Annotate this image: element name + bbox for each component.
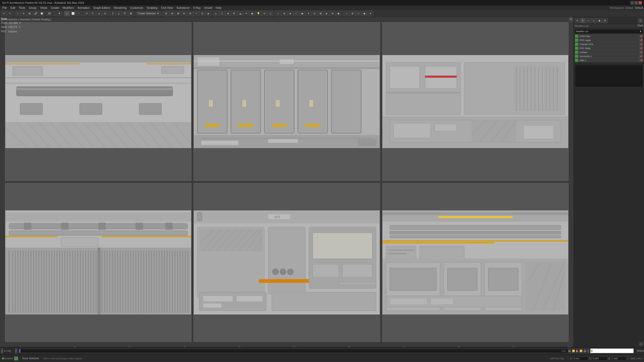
- symmetry-toggle[interactable]: [575, 55, 578, 58]
- right-motion-tab[interactable]: ▷: [591, 18, 596, 23]
- menu-scripting[interactable]: Scripting: [145, 6, 159, 10]
- ffd-apply-pin[interactable]: 📌: [639, 38, 643, 42]
- maximize-button[interactable]: □: [634, 1, 638, 5]
- menu-group[interactable]: Group: [27, 6, 38, 10]
- unwrap-pin[interactable]: 📌: [639, 42, 643, 46]
- panel-item-6[interactable]: [382, 183, 569, 342]
- render-active[interactable]: ◈: [225, 11, 231, 16]
- select-move-tool[interactable]: ✛: [21, 11, 26, 16]
- more-tools-6[interactable]: ✦: [306, 11, 311, 16]
- right-modify-tab[interactable]: ✎: [580, 18, 585, 23]
- scale-tool[interactable]: ⇲: [96, 11, 102, 16]
- modifier-list-dropdown[interactable]: Modifier List ▼: [575, 29, 643, 34]
- more-tools-7[interactable]: ⊡: [312, 11, 317, 16]
- move-tool[interactable]: ✛: [84, 11, 90, 16]
- menu-create[interactable]: Create: [49, 6, 61, 10]
- minimize-button[interactable]: _: [630, 1, 634, 5]
- main-viewport[interactable]: SFF: [0, 17, 574, 347]
- effects[interactable]: ✦: [244, 11, 249, 16]
- unwrap-label[interactable]: Unwrap UVW: [579, 42, 639, 46]
- menu-modifiers[interactable]: Modifiers: [61, 6, 75, 10]
- add-time-tag-btn[interactable]: Add Time Tag: [550, 357, 564, 360]
- more-tools-5[interactable]: ◉: [300, 11, 305, 16]
- surface-label[interactable]: Surface: [579, 51, 639, 54]
- menu-views[interactable]: Views: [38, 6, 49, 10]
- filter-dropdown[interactable]: All ▼: [47, 11, 62, 16]
- unlink-tool[interactable]: 🔗: [33, 11, 38, 16]
- more-tools-3[interactable]: ◈: [288, 11, 293, 16]
- z-coord[interactable]: 1.191: [611, 356, 626, 360]
- create-selection-button[interactable]: Create Selection ▼: [136, 11, 161, 16]
- right-panel-expand[interactable]: ⊡: [639, 342, 643, 346]
- menu-arnold[interactable]: Arnold: [203, 6, 214, 10]
- render-frame[interactable]: ⬡: [219, 11, 225, 16]
- snap-spinner[interactable]: ⊠: [128, 11, 134, 16]
- unwrap-toggle[interactable]: [575, 42, 578, 46]
- x-coord[interactable]: 0.011: [573, 356, 588, 360]
- light-lister[interactable]: 💡: [256, 11, 261, 16]
- panel-item-3[interactable]: [382, 22, 569, 181]
- rectangular-select[interactable]: ⬜: [70, 11, 76, 16]
- ffd-apply-toggle[interactable]: [575, 38, 578, 42]
- material-editor[interactable]: ◈: [206, 11, 211, 16]
- snap-percent[interactable]: %: [122, 11, 128, 16]
- schematic-view[interactable]: ⊡: [199, 11, 205, 16]
- raytracer[interactable]: ◉: [250, 11, 255, 16]
- menu-file[interactable]: File: [1, 6, 9, 10]
- timeline-prev-btn[interactable]: ◁: [1, 348, 3, 353]
- more-tools-8[interactable]: ⊠: [318, 11, 323, 16]
- hair-grass[interactable]: ≋: [262, 11, 267, 16]
- mirror-tool[interactable]: ⊟: [163, 11, 169, 16]
- more-tools-1[interactable]: ⊹: [275, 11, 281, 16]
- link-tool[interactable]: ⛓: [27, 11, 32, 16]
- right-create-tab[interactable]: ✛: [575, 18, 580, 23]
- symmetry-label[interactable]: Symmetry 1: [579, 55, 639, 58]
- lasso-select[interactable]: ○: [76, 11, 82, 16]
- more-tools-4[interactable]: ⬡: [294, 11, 299, 16]
- scale-uniform[interactable]: ⊡: [102, 11, 108, 16]
- rotate-tool[interactable]: ↻: [90, 11, 96, 16]
- uvw-map-pin[interactable]: 📌: [639, 34, 643, 38]
- surface-pin[interactable]: 📌: [639, 51, 643, 54]
- menu-tools[interactable]: Tools: [17, 6, 27, 10]
- cloth-sim[interactable]: ◻: [268, 11, 273, 16]
- timeline-next-btn[interactable]: ▷: [15, 348, 17, 353]
- menu-substance[interactable]: Substance: [175, 6, 191, 10]
- undo-button[interactable]: ↩: [1, 11, 7, 16]
- ffd-body-toggle[interactable]: [575, 47, 578, 50]
- panel-item-5[interactable]: SFF: [193, 183, 380, 342]
- anim-add-keyframe[interactable]: +: [587, 349, 589, 353]
- menu-vray[interactable]: V-Ray: [192, 6, 202, 10]
- anim-prev-frame[interactable]: ⏪: [572, 349, 575, 353]
- ffd-body-pin[interactable]: 📌: [639, 47, 643, 50]
- render-btn[interactable]: ▷: [213, 11, 219, 16]
- environment[interactable]: ☁: [237, 11, 243, 16]
- ffd-body-label[interactable]: FFD: Body: [579, 47, 639, 50]
- timeline-track[interactable]: 0 10 20 30 40 50 60 70 80 90 100: [19, 349, 572, 353]
- anim-goto-start[interactable]: ⏮: [568, 349, 571, 353]
- more-tools-11[interactable]: ◉: [336, 11, 341, 16]
- surface-toggle[interactable]: [575, 51, 578, 54]
- symmetry-pin[interactable]: 📌: [639, 55, 643, 58]
- menu-rendering[interactable]: Rendering: [112, 6, 128, 10]
- more-tools-16[interactable]: ✦: [368, 11, 373, 16]
- more-tools-9[interactable]: ◈: [324, 11, 329, 16]
- expand-viewport-button[interactable]: ⊞: [569, 17, 573, 21]
- anim-play[interactable]: ▶: [576, 349, 578, 353]
- curve-editor[interactable]: 〜: [193, 11, 199, 16]
- bind-to-space-warp[interactable]: 🔲: [39, 11, 45, 16]
- render-settings[interactable]: ⚙: [231, 11, 237, 16]
- redo-button[interactable]: ↪: [7, 11, 13, 16]
- menu-graph-editors[interactable]: Graph Editors: [92, 6, 112, 10]
- menu-animation[interactable]: Animation: [76, 6, 91, 10]
- panel-item-2[interactable]: [193, 22, 380, 181]
- close-button[interactable]: ×: [638, 1, 642, 5]
- anim-next-frame[interactable]: ⏩: [579, 349, 583, 353]
- more-tools-15[interactable]: ◉: [362, 11, 367, 16]
- anim-goto-end[interactable]: ⏭: [584, 349, 586, 353]
- select-tool[interactable]: ⊹: [15, 11, 20, 16]
- right-expand-btn[interactable]: ⊡: [638, 18, 643, 23]
- more-tools-10[interactable]: ⊗: [330, 11, 335, 16]
- more-tools-13[interactable]: ⊗: [350, 11, 355, 16]
- uvw-map-toggle[interactable]: [575, 34, 578, 38]
